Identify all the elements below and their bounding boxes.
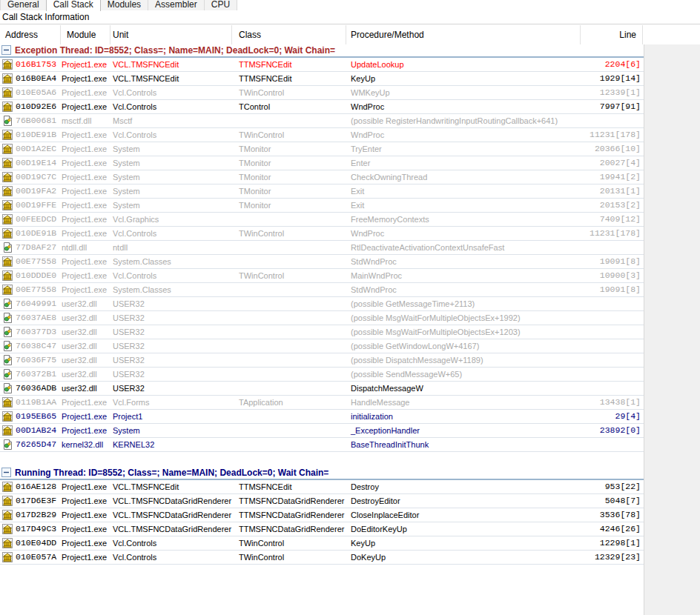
table-row[interactable]: 016B0EA4 Project1.exe VCL.TMSFNCEdit TTM… [0, 72, 644, 86]
table-row[interactable]: 77D8AF27 ntdll.dll ntdll RtlDeactivateAc… [0, 241, 644, 255]
cell-address: 010E05A6 [16, 86, 56, 99]
table-row[interactable]: 76036ADB user32.dll USER32 DispatchMessa… [0, 382, 644, 396]
table-row[interactable]: 010E04DD Project1.exe Vcl.Controls TWinC… [0, 536, 644, 551]
cell-procedure: (possible GetMessageTime+2113) [351, 297, 475, 310]
dll-icon [2, 327, 13, 337]
cell-line: 7997[91] [600, 100, 641, 113]
table-row[interactable]: 016AE128 Project1.exe VCL.TMSFNCEdit TTM… [0, 480, 644, 494]
unit-icon [2, 228, 13, 239]
table-row[interactable]: 010E05A6 Project1.exe Vcl.Controls TWinC… [0, 86, 644, 100]
cell-line: 5048[7] [605, 494, 641, 508]
table-row[interactable]: 00D19FFE Project1.exe System TMonitor Ex… [0, 199, 644, 213]
cell-line: 3536[78] [600, 508, 641, 522]
table-row[interactable]: 017D49C3 Project1.exe VCL.TMSFNCDataGrid… [0, 522, 644, 536]
unit-icon [2, 102, 13, 112]
table-row[interactable]: 00E77558 Project1.exe System.Classes Std… [0, 283, 644, 297]
dll-icon [2, 383, 13, 393]
cell-module: Project1.exe [62, 128, 107, 142]
cell-module: user32.dll [62, 325, 97, 339]
table-row[interactable]: 76049991 user32.dll USER32 (possible Get… [0, 297, 644, 311]
cell-unit: Vcl.Graphics [113, 213, 159, 226]
cell-procedure: WndProc [351, 128, 384, 142]
dll-icon [2, 369, 13, 379]
dll-icon [2, 355, 13, 365]
table-row[interactable]: 76037AE8 user32.dll USER32 (possible Msg… [0, 311, 644, 325]
cell-module: Project1.exe [62, 283, 107, 296]
table-row[interactable]: 760372B1 user32.dll USER32 (possible Sen… [0, 368, 644, 382]
table-row[interactable]: 017D2B29 Project1.exe VCL.TMSFNCDataGrid… [0, 508, 644, 522]
column-header-class[interactable]: Class [239, 25, 261, 44]
cell-address: 760377D3 [16, 325, 56, 339]
table-row[interactable]: 760377D3 user32.dll USER32 (possible Msg… [0, 325, 644, 339]
cell-module: Project1.exe [62, 213, 107, 226]
table-row[interactable]: 00D19C7C Project1.exe System TMonitor Ch… [0, 170, 644, 184]
tab-call-stack[interactable]: Call Stack [46, 0, 101, 11]
cell-class: TTMSFNCEdit [239, 58, 292, 71]
cell-module: Project1.exe [62, 551, 107, 564]
table-row[interactable]: 76036F75 user32.dll USER32 (possible Dis… [0, 353, 644, 368]
cell-line: 7409[12] [600, 213, 641, 226]
cell-line: 19091[8] [600, 255, 641, 268]
cell-module: Project1.exe [62, 142, 107, 156]
cell-unit: System.Classes [113, 283, 171, 296]
cell-address: 76038C47 [16, 339, 56, 353]
cell-module: Project1.exe [62, 424, 107, 437]
column-header-line[interactable]: Line [619, 25, 636, 44]
table-row[interactable]: 76038C47 user32.dll USER32 (possible Get… [0, 339, 644, 353]
column-header-address[interactable]: Address [5, 25, 38, 44]
collapse-icon[interactable] [1, 45, 11, 55]
cell-line: 23892[0] [600, 424, 641, 437]
cell-line: 20027[4] [600, 156, 641, 170]
cell-class: TApplication [239, 396, 283, 409]
column-header-procedure-method[interactable]: Procedure/Method [351, 25, 424, 44]
cell-address: 76049991 [16, 297, 56, 310]
cell-address: 76036ADB [16, 382, 56, 395]
table-row[interactable]: 010DE91B Project1.exe Vcl.Controls TWinC… [0, 227, 644, 241]
dll-icon [2, 116, 13, 126]
table-row[interactable]: 0119B1AA Project1.exe Vcl.Forms TApplica… [0, 396, 644, 410]
cell-address: 00D19FFE [16, 199, 56, 212]
cell-module: Project1.exe [62, 156, 107, 170]
column-header-unit[interactable]: Unit [113, 25, 128, 44]
table-row[interactable]: 00D1A2EC Project1.exe System TMonitor Tr… [0, 142, 644, 156]
table-row[interactable]: 00FEEDCD Project1.exe Vcl.Graphics FreeM… [0, 213, 644, 227]
cell-procedure: Exit [351, 184, 364, 198]
tab-cpu[interactable]: CPU [204, 0, 237, 10]
table-row[interactable]: 010DDDE0 Project1.exe Vcl.Controls TWinC… [0, 269, 644, 283]
tab-assembler[interactable]: Assembler [148, 0, 205, 10]
cell-address: 00D1AB24 [16, 424, 56, 437]
panel-title: Call Stack Information [2, 12, 89, 22]
table-row[interactable]: 00D1AB24 Project1.exe System _ExceptionH… [0, 424, 644, 438]
cell-address: 016B1753 [16, 58, 56, 71]
cell-unit: System [113, 424, 140, 437]
cell-module: Project1.exe [62, 170, 107, 184]
tab-modules[interactable]: Modules [100, 0, 148, 10]
table-row[interactable]: 010D92E6 Project1.exe Vcl.Controls TCont… [0, 100, 644, 114]
table-row[interactable]: 016B1753 Project1.exe VCL.TMSFNCEdit TTM… [0, 58, 644, 72]
table-row[interactable]: 00D19FA2 Project1.exe System TMonitor Ex… [0, 184, 644, 199]
table-row[interactable]: 010DE91B Project1.exe Vcl.Controls TWinC… [0, 128, 644, 142]
cell-address: 77D8AF27 [16, 241, 56, 254]
collapse-icon[interactable] [1, 468, 11, 477]
table-row[interactable]: 76265D47 kernel32.dll KERNEL32 BaseThrea… [0, 438, 644, 452]
table-row[interactable]: 010E057A Project1.exe Vcl.Controls TWinC… [0, 551, 644, 565]
table-row[interactable]: 76B00681 msctf.dll Msctf (possible Regis… [0, 114, 644, 128]
cell-module: Project1.exe [62, 199, 107, 212]
column-header-module[interactable]: Module [67, 25, 96, 44]
cell-address: 76037AE8 [16, 311, 56, 325]
cell-module: user32.dll [62, 368, 97, 381]
table-row[interactable]: 0195EB65 Project1.exe Project1 initializ… [0, 410, 644, 424]
table-row[interactable]: 00E77558 Project1.exe System.Classes Std… [0, 255, 644, 269]
cell-procedure: (possible MsgWaitForMultipleObjectsEx+12… [351, 325, 521, 339]
cell-procedure: DoKeyUp [351, 551, 386, 564]
table-row[interactable]: 017D6E3F Project1.exe VCL.TMSFNCDataGrid… [0, 494, 644, 508]
cell-address: 00E77558 [16, 283, 56, 296]
cell-address: 00D1A2EC [16, 142, 56, 156]
table-row[interactable]: 00D19E14 Project1.exe System TMonitor En… [0, 156, 644, 170]
cell-procedure: CheckOwningThread [351, 170, 427, 184]
unit-icon [2, 214, 13, 225]
cell-unit: Vcl.Controls [113, 128, 156, 142]
cell-procedure: (possible RegisterHandwritingInputRoutin… [351, 114, 558, 127]
unit-icon [2, 130, 13, 140]
tab-general[interactable]: General [0, 0, 47, 10]
